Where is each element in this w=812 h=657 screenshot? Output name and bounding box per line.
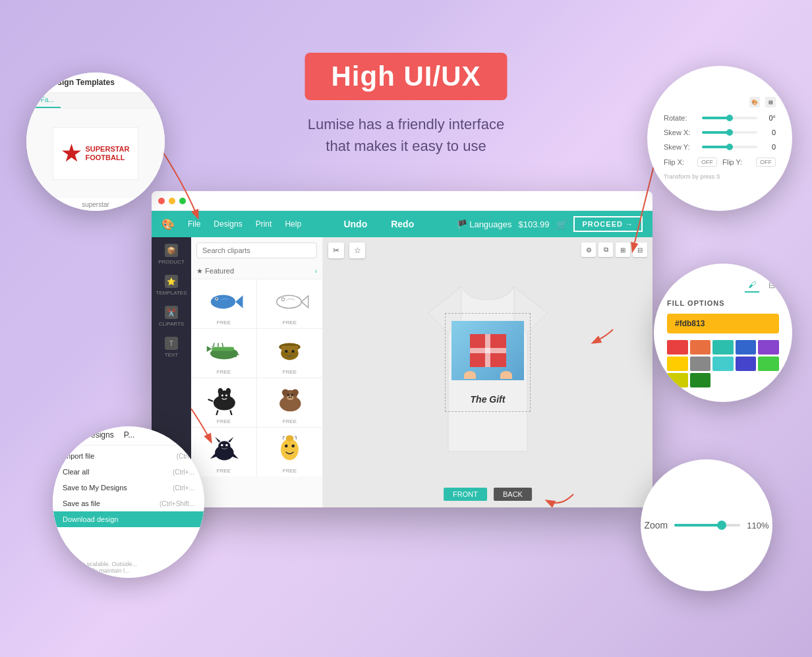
layers-tool[interactable]: ⊟: [633, 243, 647, 257]
list-item[interactable]: FREE: [257, 428, 322, 476]
featured-label: ★ Featured: [196, 267, 234, 275]
svg-point-40: [225, 444, 228, 447]
flip-y-label: Flip Y:: [722, 158, 751, 166]
sidebar-text[interactable]: T TEXT: [165, 337, 178, 358]
palette-color-purple[interactable]: [758, 340, 779, 355]
flip-y-toggle[interactable]: OFF: [756, 157, 776, 167]
fill-icon-t[interactable]: 🎨: [749, 97, 760, 107]
nav-print[interactable]: Print: [256, 219, 272, 229]
fm-designs-menu[interactable]: Designs: [85, 430, 113, 441]
cliparts-label: CLIPARTS: [159, 321, 184, 327]
palette-color-gray[interactable]: [690, 357, 711, 371]
nav-file[interactable]: File: [188, 219, 200, 229]
dot-yellow[interactable]: [169, 198, 175, 204]
list-item[interactable]: FREE: [257, 329, 322, 378]
clipart-cartoon-char: [270, 433, 310, 466]
zoom-fill: [674, 524, 724, 527]
list-item[interactable]: Clear all (Ctrl+...: [53, 464, 204, 480]
fm-items: Import file (Ctrl... Clear all (Ctrl+...…: [53, 445, 204, 557]
fm-print-menu[interactable]: P...: [124, 430, 134, 441]
expand-icon[interactable]: ›: [315, 268, 317, 275]
zoom-slider[interactable]: [674, 524, 740, 527]
palette-color-cyan[interactable]: [712, 357, 734, 371]
svg-line-24: [216, 410, 218, 415]
list-item[interactable]: FREE: [191, 279, 256, 328]
dot-green[interactable]: [179, 198, 186, 204]
svg-point-32: [291, 393, 293, 396]
skew-x-slider[interactable]: [702, 131, 757, 134]
fill-paint-icon[interactable]: 🖌: [745, 278, 759, 293]
svg-point-20: [225, 387, 231, 395]
tshirt-design-area: The Gift: [445, 313, 531, 412]
back-view-button[interactable]: BACK: [494, 488, 532, 501]
list-item[interactable]: FREE: [191, 428, 256, 476]
palette-color-green[interactable]: [758, 357, 779, 371]
skew-x-label: Skew X:: [664, 129, 697, 136]
palette-color-yellow[interactable]: [667, 357, 688, 371]
palette-color-red[interactable]: [667, 340, 688, 355]
cliparts-icon: ✂️: [165, 306, 178, 319]
fill-layer-icon[interactable]: ⊟: [765, 278, 779, 293]
rotate-value: 0°: [763, 114, 776, 122]
front-view-button[interactable]: FRONT: [444, 488, 487, 501]
list-item[interactable]: FREE: [257, 378, 322, 427]
languages-label[interactable]: 🏴 Languages: [457, 219, 512, 229]
palette-color-darkblue[interactable]: [736, 357, 757, 371]
clipart-alligator: [204, 334, 244, 367]
crop-tool[interactable]: ✂: [328, 243, 344, 258]
skew-x-row: Skew X: 0: [664, 129, 776, 136]
nav-help[interactable]: Help: [285, 219, 301, 229]
sidebar-product[interactable]: 📦 PRODUCT: [158, 244, 185, 265]
palette-color-blue[interactable]: [736, 340, 757, 355]
list-item[interactable]: Import file (Ctrl...: [53, 448, 204, 464]
nav-logo: 🎨: [161, 218, 175, 231]
fm-text-content: whereas scalable. Outside... Energistica…: [53, 557, 204, 578]
list-item[interactable]: FREE: [191, 329, 256, 378]
nav-designs[interactable]: Designs: [214, 219, 242, 229]
list-item[interactable]: Download design: [53, 511, 204, 527]
tshirt-container: The Gift: [409, 273, 567, 471]
palette-color-olive[interactable]: [667, 373, 688, 387]
flip-x-toggle[interactable]: OFF: [697, 157, 717, 167]
header-section: High UI/UX Lumise has a friendly interfa…: [305, 53, 508, 157]
skew-y-value: 0: [763, 143, 776, 151]
search-input[interactable]: [196, 243, 317, 258]
skew-y-slider[interactable]: [702, 146, 757, 148]
nav-center: Undo Redo: [338, 216, 419, 232]
palette-color-darkgreen[interactable]: [690, 373, 711, 387]
free-badge: FREE: [217, 320, 231, 326]
dt-tab-featured[interactable]: ★ Fa...: [26, 93, 61, 108]
fill-title: FILL OPTIONS: [667, 299, 779, 307]
svg-marker-38: [228, 437, 234, 443]
star-tool[interactable]: ☆: [349, 243, 365, 258]
svg-point-33: [288, 397, 289, 398]
dot-red[interactable]: [158, 198, 165, 204]
text-label: TEXT: [165, 352, 178, 358]
fill-color-bar[interactable]: #fdb813: [667, 314, 779, 333]
grid-tool[interactable]: ⊞: [616, 243, 630, 257]
rotate-slider[interactable]: [702, 117, 757, 119]
superstar-logo: SUPERSTARFOOTBALL: [61, 144, 129, 163]
svg-marker-1: [235, 295, 243, 308]
list-item[interactable]: Save to My Designs (Ctrl+...: [53, 480, 204, 496]
settings-tool[interactable]: ⚙: [581, 243, 596, 257]
popup-file-menu: File Designs P... Import file (Ctrl... C…: [53, 426, 204, 578]
palette-color-orange[interactable]: [690, 340, 711, 355]
list-item[interactable]: FREE: [191, 378, 256, 427]
copy-tool[interactable]: ⧉: [598, 243, 613, 257]
svg-point-44: [286, 435, 294, 441]
sidebar-templates[interactable]: ⭐ TEMPLATES: [156, 275, 187, 296]
redo-button[interactable]: Redo: [386, 216, 419, 232]
list-item[interactable]: FREE: [257, 279, 322, 328]
layer-icon-t[interactable]: ⊟: [765, 97, 776, 107]
cart-icon[interactable]: 🛒: [556, 219, 567, 229]
canvas-area: ✂ ☆ ⚙ ⧉ ⊞ ⊟: [323, 237, 652, 507]
right-toolbar: ⚙ ⧉ ⊞ ⊟: [581, 243, 647, 257]
sidebar-cliparts[interactable]: ✂️ CLIPARTS: [159, 306, 184, 327]
fm-file-menu[interactable]: File: [63, 430, 75, 441]
list-item[interactable]: Save as file (Ctrl+Shift...: [53, 496, 204, 511]
palette-color-teal[interactable]: [712, 340, 734, 355]
proceed-button[interactable]: PROCEED →: [573, 216, 643, 232]
svg-rect-14: [281, 346, 298, 352]
undo-button[interactable]: Undo: [338, 216, 372, 232]
